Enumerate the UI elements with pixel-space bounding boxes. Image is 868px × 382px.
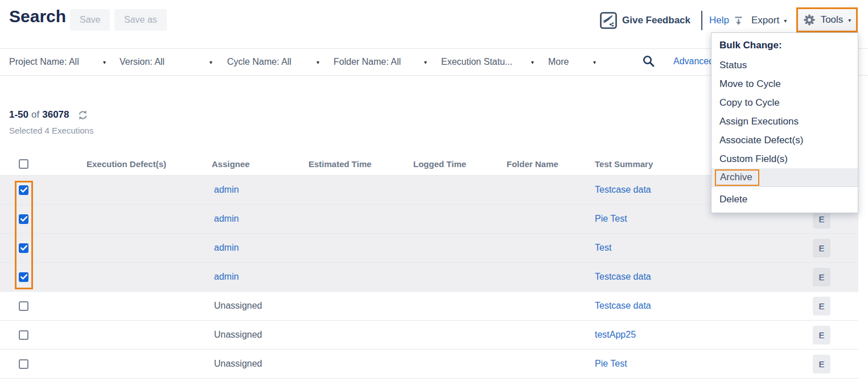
menu-item-status[interactable]: Status — [711, 56, 858, 74]
assignee[interactable]: admin — [214, 185, 239, 194]
feedback-quill-icon — [600, 12, 617, 29]
filter-label: Project Name: All — [9, 57, 79, 67]
column-header: Execution Defect(s) — [85, 159, 211, 169]
assignee: Unassigned — [214, 330, 262, 339]
test-summary-link[interactable]: testApp25 — [595, 330, 636, 339]
chevron-down-icon: ▾ — [848, 17, 851, 23]
chevron-down-icon: ▾ — [784, 18, 787, 24]
row-checkbox-checked[interactable] — [19, 185, 28, 195]
tools-label: Tools — [821, 14, 844, 26]
checkbox-cell — [0, 185, 85, 195]
test-summary-cell: Testcase data — [594, 272, 808, 282]
execution-badge[interactable]: E — [813, 268, 830, 286]
header-divider — [701, 11, 702, 30]
row-checkbox-checked[interactable] — [19, 214, 28, 224]
download-icon[interactable] — [734, 16, 743, 28]
menu-item-assign-executions[interactable]: Assign Executions — [711, 112, 858, 131]
filter-project-name[interactable]: Project Name: All▾ — [9, 49, 106, 75]
row-checkbox-checked[interactable] — [19, 243, 28, 253]
checkbox-cell — [0, 359, 85, 369]
test-summary-link[interactable]: Testcase data — [595, 301, 651, 310]
tools-dropdown-button[interactable]: Tools ▾ — [796, 7, 858, 32]
bulk-change-menu-header: Bulk Change: — [711, 35, 858, 56]
filter-label: More — [548, 57, 569, 67]
test-summary-link[interactable]: Testcase data — [595, 185, 651, 194]
assignee: Unassigned — [214, 301, 262, 310]
menu-item-custom-field-s[interactable]: Custom Field(s) — [711, 150, 858, 168]
checkbox-cell — [0, 301, 85, 311]
execution-badge[interactable]: E — [813, 355, 830, 373]
filter-more[interactable]: More▾ — [548, 49, 596, 75]
assignee[interactable]: admin — [214, 272, 239, 281]
assignee[interactable]: admin — [214, 243, 239, 252]
badge-cell: E — [808, 268, 858, 286]
filter-cycle-name[interactable]: Cycle Name: All▾ — [227, 49, 319, 75]
tools-menu-items: StatusMove to CycleCopy to CycleAssign E… — [711, 56, 858, 209]
filter-folder-name[interactable]: Folder Name: All▾ — [334, 49, 427, 75]
save-button[interactable]: Save — [70, 9, 110, 31]
refresh-icon[interactable] — [77, 110, 88, 121]
execution-badge[interactable]: E — [813, 297, 830, 315]
chevron-down-icon: ▾ — [531, 59, 534, 65]
execution-badge[interactable]: E — [813, 239, 830, 258]
selected-executions-text: Selected 4 Executions — [9, 126, 93, 135]
test-summary-link[interactable]: Test — [595, 243, 611, 252]
archive-highlight-annotation: Archive — [715, 169, 759, 186]
menu-item-copy-to-cycle[interactable]: Copy to Cycle — [711, 93, 858, 112]
table-row: adminTestE — [0, 233, 858, 262]
test-summary-cell: Pie Test — [594, 214, 808, 224]
menu-item-archive[interactable]: Archive — [711, 168, 858, 186]
chevron-down-icon: ▾ — [593, 59, 596, 65]
row-checkbox-checked[interactable] — [19, 272, 28, 282]
test-summary-cell: Testcase data — [594, 301, 808, 311]
badge-cell: E — [808, 239, 858, 258]
row-checkbox[interactable] — [19, 301, 28, 311]
column-header: Estimated Time — [307, 159, 412, 169]
execution-badge[interactable]: E — [813, 326, 830, 344]
assignee-cell: Unassigned — [211, 301, 307, 311]
assignee-cell: admin — [211, 272, 307, 282]
filter-label: Cycle Name: All — [227, 57, 291, 67]
test-summary-cell: Test — [594, 243, 808, 253]
search-page: Search Save Save as Give Feedback Help E… — [0, 0, 868, 382]
assignee-cell: admin — [211, 243, 307, 253]
menu-item-move-to-cycle[interactable]: Move to Cycle — [711, 74, 858, 93]
menu-item-delete[interactable]: Delete — [711, 187, 858, 209]
results-count: 1-50 of 36078 — [9, 109, 88, 121]
badge-cell: E — [808, 297, 858, 315]
table-row: UnassignedtestApp25E — [0, 320, 858, 349]
select-all-checkbox[interactable] — [19, 159, 28, 169]
give-feedback-label: Give Feedback — [622, 15, 690, 26]
menu-item-associate-defect-s[interactable]: Associate Defect(s) — [711, 131, 858, 150]
badge-cell: E — [808, 355, 858, 373]
assignee: Unassigned — [214, 359, 262, 368]
row-checkbox[interactable] — [19, 330, 28, 340]
search-icon[interactable] — [642, 55, 655, 70]
assignee-cell: Unassigned — [211, 330, 307, 340]
give-feedback-button[interactable]: Give Feedback — [600, 12, 690, 29]
assignee[interactable]: admin — [214, 214, 239, 223]
filter-execution-status[interactable]: Execution Statu...▾ — [441, 49, 534, 75]
test-summary-link[interactable]: Pie Test — [595, 214, 627, 223]
test-summary-link[interactable]: Pie Test — [595, 359, 627, 368]
chevron-down-icon: ▾ — [424, 59, 427, 65]
advanced-search-link[interactable]: Advanced — [673, 56, 714, 67]
assignee-cell: admin — [211, 185, 307, 195]
save-as-button[interactable]: Save as — [114, 9, 167, 31]
table-row: UnassignedPie TestE — [0, 349, 858, 378]
export-label: Export — [751, 15, 779, 26]
test-summary-link[interactable]: Testcase data — [595, 272, 651, 281]
help-link[interactable]: Help — [709, 15, 729, 26]
column-header: Assignee — [211, 159, 307, 169]
test-summary-cell: testApp25 — [594, 330, 808, 340]
results-range: 1-50 — [9, 109, 28, 121]
assignee-cell: admin — [211, 214, 307, 224]
export-dropdown-button[interactable]: Export ▾ — [751, 15, 787, 26]
filter-version[interactable]: Version: All▾ — [120, 49, 212, 75]
filter-label: Execution Statu... — [441, 57, 512, 67]
row-checkbox[interactable] — [19, 359, 28, 369]
chevron-down-icon: ▾ — [103, 59, 106, 65]
page-title: Search — [9, 7, 66, 26]
chevron-down-icon: ▾ — [316, 59, 319, 65]
tools-menu: Bulk Change: StatusMove to CycleCopy to … — [711, 32, 858, 213]
